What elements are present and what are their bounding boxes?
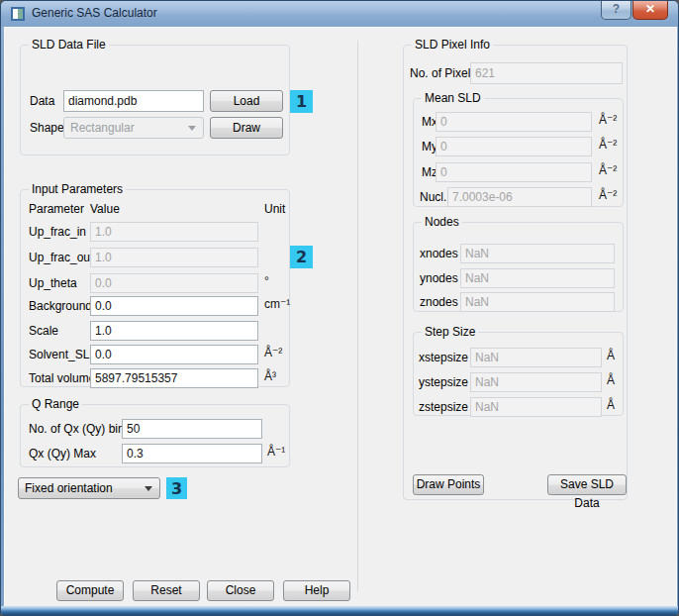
solvent-sld-unit: Å⁻² xyxy=(264,343,282,362)
window-bottom-border xyxy=(1,606,678,615)
nucl-label: Nucl. xyxy=(420,187,446,207)
annotation-badge-2: 2 xyxy=(290,246,313,268)
nucl-unit: Å⁻² xyxy=(599,185,617,205)
total-volume-field[interactable] xyxy=(90,368,258,388)
nodes-group-title: Nodes xyxy=(422,215,462,229)
shape-label: Shape xyxy=(30,118,64,138)
nodes-group: Nodes xnodes ynodes znodes xyxy=(413,222,624,312)
xnodes-label: xnodes xyxy=(420,244,458,263)
mx-field[interactable] xyxy=(436,112,592,132)
no-of-pixels-label: No. of Pixels xyxy=(410,63,476,83)
col-header-value: Value xyxy=(90,202,120,216)
draw-points-button[interactable]: Draw Points xyxy=(413,474,484,495)
title-bar[interactable]: Generic SAS Calculator ? ✕ xyxy=(1,1,678,27)
orientation-combo-value: Fixed orientation xyxy=(25,481,113,495)
qx-max-field[interactable] xyxy=(122,444,262,463)
generic-sas-calculator-window: Generic SAS Calculator ? ✕ SLD Data File… xyxy=(0,0,679,616)
mz-unit: Å⁻² xyxy=(599,160,617,180)
znodes-label: znodes xyxy=(420,292,458,312)
up-frac-in-label: Up_frac_in xyxy=(29,222,86,242)
close-button[interactable]: Close xyxy=(207,580,274,601)
up-theta-field[interactable] xyxy=(90,273,258,293)
q-range-group: Q Range No. of Qx (Qy) bins Qx (Qy) Max … xyxy=(20,404,290,467)
up-theta-label: Up_theta xyxy=(29,273,77,293)
app-icon-pane xyxy=(18,9,23,19)
my-unit: Å⁻² xyxy=(599,135,617,154)
up-frac-out-field[interactable] xyxy=(90,248,258,267)
qx-max-label: Qx (Qy) Max xyxy=(29,444,96,463)
help-caption-button[interactable]: ? xyxy=(601,1,631,20)
total-volume-unit: Å³ xyxy=(264,366,276,386)
xnodes-field[interactable] xyxy=(460,244,615,263)
no-of-pixels-field[interactable] xyxy=(470,62,623,84)
annotation-badge-3: 3 xyxy=(166,477,187,499)
chevron-down-icon xyxy=(145,486,152,491)
data-file-input[interactable] xyxy=(63,90,204,112)
background-field[interactable] xyxy=(90,296,258,316)
close-icon[interactable]: ✕ xyxy=(632,1,668,20)
shape-combo[interactable]: Rectangular xyxy=(63,117,204,139)
mean-sld-group: Mean SLD Mx Å⁻² My Å⁻² Mz Å⁻² Nucl. Å⁻² xyxy=(413,98,624,207)
znodes-field[interactable] xyxy=(460,292,615,312)
app-icon xyxy=(11,7,25,21)
xstepsize-label: xstepsize xyxy=(419,348,468,367)
step-size-group-title: Step Size xyxy=(422,325,478,339)
xstepsize-field[interactable] xyxy=(470,348,602,367)
load-button[interactable]: Load xyxy=(210,90,283,112)
draw-button[interactable]: Draw xyxy=(210,117,283,139)
annotation-badge-1: 1 xyxy=(290,90,313,113)
background-unit: cm⁻¹ xyxy=(264,294,290,314)
save-sld-data-button[interactable]: Save SLD Data xyxy=(547,474,627,495)
chevron-down-icon xyxy=(188,126,196,131)
sld-pixel-info-group-title: SLD Pixel Info xyxy=(412,38,493,51)
col-header-unit: Unit xyxy=(264,202,285,216)
orientation-combo[interactable]: Fixed orientation xyxy=(18,477,160,499)
up-theta-unit: ° xyxy=(264,271,269,291)
ystepsize-field[interactable] xyxy=(470,372,602,392)
help-button[interactable]: Help xyxy=(283,580,350,601)
up-frac-in-field[interactable] xyxy=(90,222,258,242)
dialog-client-area: SLD Data File Data Load 1 Shape Rectangu… xyxy=(4,27,677,608)
scale-label: Scale xyxy=(29,321,58,341)
ystepsize-unit: Å xyxy=(607,370,615,390)
qx-max-unit: Å⁻¹ xyxy=(267,442,285,462)
col-header-parameter: Parameter xyxy=(29,202,84,216)
my-field[interactable] xyxy=(436,137,592,156)
mz-field[interactable] xyxy=(436,162,592,182)
qx-bins-field[interactable] xyxy=(122,419,262,439)
sld-data-file-group: SLD Data File Data Load 1 Shape Rectangu… xyxy=(20,45,290,155)
step-size-group: Step Size xstepsize Å ystepsize Å zsteps… xyxy=(413,332,624,416)
zstepsize-unit: Å xyxy=(607,395,615,415)
sld-pixel-info-group: SLD Pixel Info No. of Pixels Mean SLD Mx… xyxy=(403,45,628,500)
mx-unit: Å⁻² xyxy=(599,110,617,130)
compute-button[interactable]: Compute xyxy=(56,580,124,601)
ynodes-label: ynodes xyxy=(420,268,458,288)
sld-data-file-group-title: SLD Data File xyxy=(29,38,109,51)
nucl-field[interactable] xyxy=(447,187,592,207)
scale-field[interactable] xyxy=(90,321,258,341)
solvent-sld-field[interactable] xyxy=(90,345,258,364)
mean-sld-group-title: Mean SLD xyxy=(422,91,484,105)
window-title: Generic SAS Calculator xyxy=(32,1,157,26)
solvent-sld-label: Solvent_SLD xyxy=(29,345,98,364)
xstepsize-unit: Å xyxy=(607,346,615,365)
ynodes-field[interactable] xyxy=(460,268,615,288)
reset-button[interactable]: Reset xyxy=(133,580,200,601)
ystepsize-label: ystepsize xyxy=(419,372,468,392)
zstepsize-label: zstepsize xyxy=(419,397,468,417)
q-range-group-title: Q Range xyxy=(29,397,82,411)
zstepsize-field[interactable] xyxy=(470,397,602,417)
data-label: Data xyxy=(30,91,54,111)
background-label: Background xyxy=(29,296,92,316)
panel-divider xyxy=(357,41,358,591)
shape-combo-value: Rectangular xyxy=(70,121,135,135)
input-parameters-group-title: Input Parameters xyxy=(29,182,126,196)
qx-bins-label: No. of Qx (Qy) bins xyxy=(29,419,131,439)
input-parameters-group: Input Parameters Parameter Value Unit Up… xyxy=(20,189,290,387)
up-frac-out-label: Up_frac_out xyxy=(29,248,93,267)
total-volume-label: Total volume xyxy=(29,368,95,388)
